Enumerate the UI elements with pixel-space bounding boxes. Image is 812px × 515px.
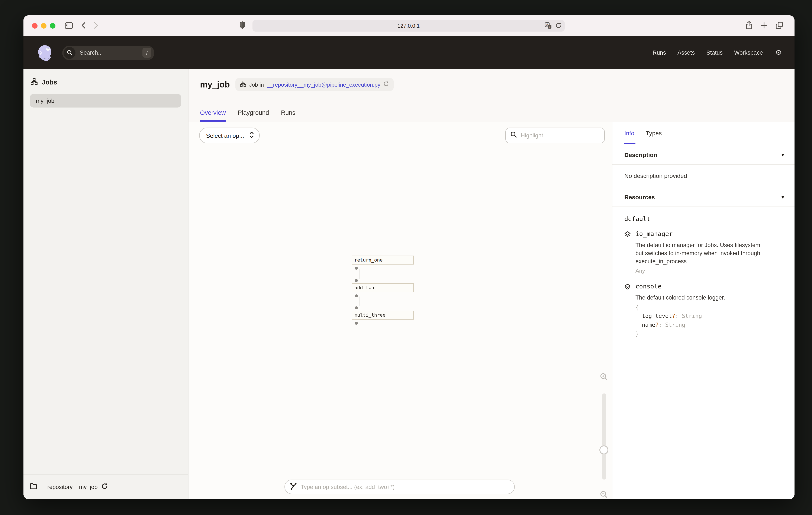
config-close-brace: } (635, 330, 762, 339)
search-icon (63, 47, 76, 59)
op-subset-placeholder: Type an op subset... (ex: add_two+*) (301, 484, 395, 490)
global-search[interactable]: Search... / (62, 46, 154, 60)
input-port (355, 306, 358, 309)
search-shortcut-badge: / (142, 48, 151, 58)
op-subset-input[interactable]: Type an op subset... (ex: add_two+*) (285, 480, 515, 494)
privacy-shield-icon[interactable] (239, 21, 245, 29)
new-tab-icon[interactable] (760, 22, 767, 29)
resource-console: console The default colored console logg… (625, 283, 783, 339)
resources-body: default io_manager The default io manage… (612, 207, 794, 356)
repository-name: __repository__my_job (41, 484, 98, 490)
minimize-window-button[interactable] (41, 23, 47, 29)
tab-runs[interactable]: Runs (281, 109, 295, 121)
highlight-placeholder: Highlight... (521, 132, 548, 139)
job-origin-badge: Job in __repository__my_job@pipeline_exe… (235, 78, 394, 91)
output-port (355, 294, 358, 297)
desktop-background: 127.0.0.1 Ax (0, 0, 812, 515)
edge-line (359, 297, 360, 306)
job-header: my_job Job in __repository__my_job@pipel… (188, 69, 794, 122)
collapse-caret-icon: ▼ (781, 153, 784, 157)
resource-layers-icon (625, 284, 631, 339)
nav-assets[interactable]: Assets (677, 50, 695, 56)
address-bar[interactable]: 127.0.0.1 Ax (253, 20, 564, 32)
settings-gear-icon[interactable]: ⚙ (775, 49, 782, 56)
zoom-slider-track[interactable] (602, 394, 606, 480)
search-placeholder: Search... (80, 50, 142, 56)
op-node-add-two[interactable]: add_two (352, 283, 414, 292)
tab-playground[interactable]: Playground (238, 109, 269, 121)
panel-tab-types[interactable]: Types (646, 123, 662, 144)
share-icon[interactable] (746, 21, 753, 29)
browser-window: 127.0.0.1 Ax (24, 16, 794, 499)
badge-prefix: Job in (249, 81, 264, 88)
job-icon (240, 81, 246, 88)
zoom-window-button[interactable] (50, 23, 55, 29)
reload-repository-icon[interactable] (102, 483, 108, 491)
op-node-return-one[interactable]: return_one (352, 255, 414, 265)
collapse-caret-icon: ▼ (781, 195, 784, 199)
zoom-slider-handle[interactable] (600, 445, 608, 454)
edge-line (359, 269, 360, 279)
op-node-multi-three[interactable]: multi_three (352, 310, 414, 320)
resource-type: Any (635, 268, 762, 274)
resources-section-header[interactable]: Resources ▼ (612, 187, 794, 207)
zoom-out-icon[interactable] (600, 491, 608, 499)
back-button-icon[interactable] (81, 22, 86, 29)
badge-repository-link[interactable]: __repository__my_job@pipeline_execution.… (267, 81, 380, 88)
op-graph-canvas[interactable]: Select an op... Highlight... return_o (188, 122, 612, 499)
search-icon (511, 131, 517, 139)
resource-description: The default io manager for Jobs. Uses fi… (635, 241, 762, 266)
op-selector-label: Select an op... (206, 132, 244, 139)
info-panel: Info Types Description ▼ No description … (612, 122, 794, 499)
highlight-input[interactable]: Highlight... (505, 128, 605, 143)
badge-reload-icon[interactable] (383, 81, 389, 88)
main-area: my_job Job in __repository__my_job@pipel… (188, 69, 794, 499)
tab-overview-icon[interactable] (775, 21, 783, 29)
description-section-header[interactable]: Description ▼ (612, 145, 794, 165)
jobs-icon (31, 78, 37, 87)
resource-description: The default colored console logger. (635, 294, 762, 302)
app-header: Search... / Runs Assets Status Workspace… (24, 36, 794, 69)
forward-button-icon[interactable] (94, 22, 98, 29)
op-selector-syntax-icon (290, 482, 297, 491)
sidebar-title: Jobs (42, 79, 57, 86)
config-field: log_level?: String (635, 312, 762, 321)
description-title: Description (625, 151, 657, 158)
description-body: No description provided (612, 165, 794, 187)
zoom-controls (598, 373, 609, 499)
translate-icon[interactable]: Ax (545, 22, 552, 29)
tab-overview[interactable]: Overview (200, 109, 226, 121)
browser-toolbar: 127.0.0.1 Ax (24, 16, 794, 36)
resource-layers-icon (625, 231, 631, 274)
output-port (355, 267, 358, 270)
url-text: 127.0.0.1 (398, 23, 419, 29)
window-controls (32, 23, 55, 29)
sidebar-toggle-icon[interactable] (65, 22, 73, 29)
nav-workspace[interactable]: Workspace (734, 50, 763, 56)
top-navigation: Runs Assets Status Workspace ⚙ (652, 49, 782, 56)
page-title: my_job (200, 80, 230, 89)
panel-tabs: Info Types (612, 122, 794, 145)
resource-name: io_manager (635, 231, 762, 237)
op-selector-dropdown[interactable]: Select an op... (199, 128, 260, 143)
nav-runs[interactable]: Runs (652, 50, 666, 56)
nav-status[interactable]: Status (706, 50, 723, 56)
chevron-up-down-icon (249, 131, 254, 139)
config-field: name?: String (635, 321, 762, 330)
folder-icon (30, 483, 37, 491)
panel-tab-info[interactable]: Info (625, 123, 634, 144)
resource-name: console (635, 283, 762, 290)
input-port (355, 279, 358, 282)
close-window-button[interactable] (32, 23, 37, 29)
reload-icon[interactable] (555, 22, 562, 29)
output-port (355, 322, 358, 325)
dagster-logo[interactable] (36, 44, 54, 62)
resource-group-name: default (625, 215, 783, 222)
svg-text:x: x (549, 25, 550, 29)
zoom-in-icon[interactable] (600, 373, 608, 382)
resources-title: Resources (625, 193, 655, 200)
job-tabs: Overview Playground Runs (200, 109, 295, 121)
sidebar-item-my-job[interactable]: my_job (30, 94, 181, 108)
config-open-brace: { (635, 303, 762, 312)
resource-io-manager: io_manager The default io manager for Jo… (625, 231, 783, 274)
